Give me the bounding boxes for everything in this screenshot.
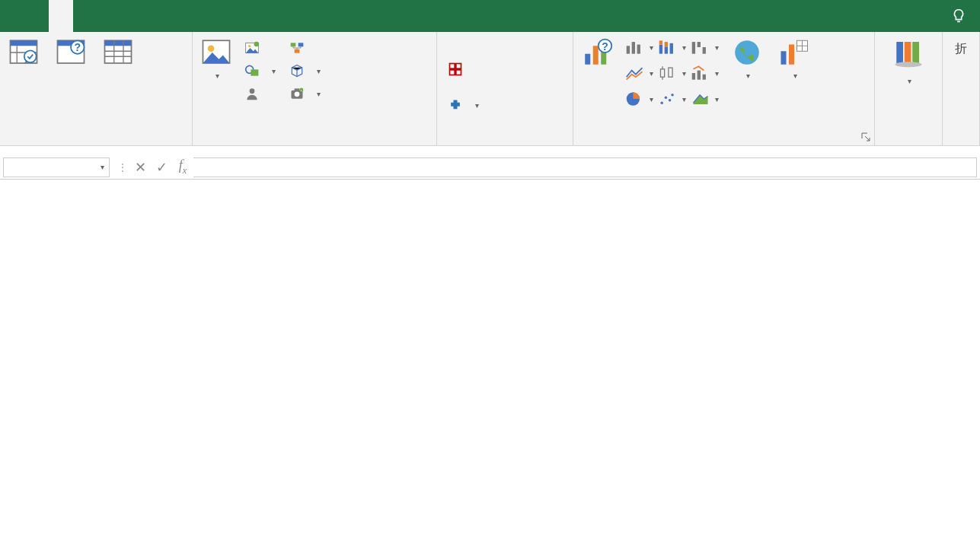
- icons-button[interactable]: [240, 82, 280, 105]
- tab-insert[interactable]: [49, 0, 73, 32]
- table-button[interactable]: [94, 32, 142, 72]
- pivot-table-button[interactable]: [0, 32, 47, 72]
- tab-data[interactable]: [122, 0, 146, 32]
- sparklines-button[interactable]: 折: [947, 37, 975, 57]
- recommended-pivot-button[interactable]: ?: [47, 32, 94, 72]
- svg-point-56: [735, 40, 759, 65]
- shapes-button[interactable]: ▾: [240, 59, 280, 82]
- svg-rect-34: [631, 42, 634, 54]
- statistic-chart-button[interactable]: ▾: [658, 61, 686, 85]
- svg-rect-50: [702, 75, 705, 80]
- tab-file[interactable]: [0, 0, 24, 32]
- formula-bar: ▾ ⋮ ✕ ✓ fx: [0, 155, 980, 180]
- tab-view[interactable]: [171, 0, 195, 32]
- chevron-down-icon: ▾: [682, 43, 686, 52]
- chevron-down-icon[interactable]: ▾: [101, 163, 104, 171]
- group-tables-label: [0, 142, 192, 145]
- group-illustrations-label: [193, 142, 437, 145]
- chevron-down-icon: ▾: [682, 69, 686, 78]
- cancel-formula-icon[interactable]: ✕: [129, 159, 151, 176]
- tab-powerpivot[interactable]: [292, 0, 317, 32]
- svg-rect-35: [637, 45, 640, 54]
- svg-rect-18: [298, 43, 303, 46]
- tab-developer[interactable]: [195, 0, 219, 32]
- svg-rect-40: [669, 43, 672, 54]
- svg-point-12: [248, 45, 251, 47]
- svg-rect-44: [660, 69, 664, 77]
- waterfall-chart-button[interactable]: ▾: [691, 35, 719, 59]
- tab-pagelayout[interactable]: [73, 0, 97, 32]
- tab-home[interactable]: [24, 0, 49, 32]
- svg-rect-62: [912, 42, 919, 63]
- column-chart-button[interactable]: ▾: [625, 35, 653, 59]
- chevron-down-icon: ▾: [215, 72, 219, 80]
- chevron-down-icon: ▾: [650, 95, 653, 103]
- hierarchy-chart-button[interactable]: ▾: [658, 35, 686, 59]
- 3d-map-button[interactable]: ▾: [885, 32, 932, 90]
- online-pictures-button[interactable]: [240, 37, 280, 59]
- svg-rect-1: [11, 40, 37, 46]
- pie-chart-button[interactable]: ▾: [625, 87, 653, 111]
- chevron-down-icon: ▾: [715, 43, 719, 52]
- svg-point-16: [249, 88, 254, 94]
- surface-chart-button[interactable]: ▾: [691, 87, 719, 111]
- menu-tabs: [0, 0, 980, 32]
- svg-point-55: [671, 94, 673, 96]
- screenshot-button[interactable]: + ▾: [285, 82, 325, 105]
- svg-text:?: ?: [602, 40, 608, 52]
- line-chart-button[interactable]: ▾: [625, 61, 653, 85]
- svg-rect-27: [450, 68, 461, 70]
- chevron-down-icon: ▾: [317, 90, 321, 98]
- 3d-model-button[interactable]: ▾: [285, 59, 325, 82]
- ribbon: ? ▾: [0, 32, 980, 146]
- group-addins-label: [437, 142, 572, 145]
- svg-rect-61: [905, 42, 911, 63]
- group-tables: ?: [0, 32, 193, 145]
- chevron-down-icon: ▾: [682, 95, 686, 103]
- svg-rect-49: [697, 71, 700, 80]
- name-box[interactable]: ▾: [3, 158, 110, 177]
- my-addins-button[interactable]: ▾: [443, 94, 484, 117]
- svg-rect-47: [669, 68, 672, 77]
- svg-point-10: [207, 45, 214, 52]
- scatter-chart-button[interactable]: ▾: [658, 87, 686, 111]
- combo-chart-button[interactable]: ▾: [691, 61, 719, 85]
- svg-rect-43: [702, 47, 705, 54]
- enter-formula-icon[interactable]: ✓: [151, 159, 172, 176]
- chevron-down-icon: ▾: [715, 95, 719, 103]
- svg-rect-15: [251, 69, 258, 75]
- tab-formulas[interactable]: [97, 0, 122, 32]
- drag-handle-icon[interactable]: ⋮: [116, 161, 129, 173]
- tab-ffgz[interactable]: [244, 0, 268, 32]
- svg-point-2: [24, 50, 37, 62]
- charts-dialog-launcher-icon[interactable]: [860, 132, 871, 142]
- tab-help[interactable]: [219, 0, 244, 32]
- chevron-down-icon: ▾: [317, 67, 321, 75]
- svg-rect-57: [780, 51, 786, 65]
- group-overflow: 折: [943, 32, 980, 145]
- svg-rect-58: [789, 45, 794, 65]
- svg-point-13: [254, 42, 259, 47]
- tab-review[interactable]: [146, 0, 171, 32]
- chevron-down-icon: ▾: [908, 77, 911, 85]
- chevron-down-icon: ▾: [272, 67, 276, 75]
- group-charts-label: [573, 142, 874, 145]
- group-tours-label: [875, 142, 942, 145]
- formula-input[interactable]: [193, 158, 977, 177]
- picture-button[interactable]: ▾: [193, 32, 240, 80]
- recommended-charts-button[interactable]: ?: [573, 32, 621, 72]
- tell-me-bulb-icon[interactable]: [943, 0, 974, 32]
- chevron-down-icon: ▾: [793, 72, 797, 80]
- tab-extra[interactable]: [974, 0, 980, 32]
- pivot-chart-button[interactable]: ▾: [771, 32, 818, 80]
- smartart-button[interactable]: [285, 37, 325, 59]
- get-addins-button[interactable]: [443, 58, 472, 81]
- fx-icon[interactable]: fx: [172, 158, 193, 177]
- svg-rect-37: [659, 40, 662, 44]
- svg-rect-38: [664, 47, 667, 54]
- svg-rect-28: [585, 54, 590, 65]
- chevron-down-icon: ▾: [715, 69, 719, 78]
- tab-diytools[interactable]: [268, 0, 292, 32]
- map-chart-button[interactable]: ▾: [723, 32, 771, 80]
- svg-point-63: [895, 62, 921, 67]
